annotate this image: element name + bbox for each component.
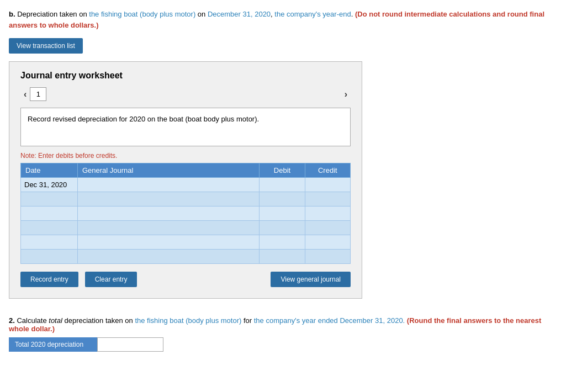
date-cell: Dec 31, 2020 bbox=[21, 178, 78, 192]
credit-input[interactable] bbox=[309, 195, 347, 203]
journal-input[interactable] bbox=[81, 252, 256, 261]
credit-input[interactable] bbox=[309, 252, 347, 261]
credit-input[interactable] bbox=[309, 209, 347, 218]
journal-input[interactable] bbox=[81, 238, 256, 246]
debit-input[interactable] bbox=[263, 195, 301, 203]
view-general-journal-button[interactable]: View general journal bbox=[271, 272, 351, 287]
date-input[interactable] bbox=[24, 238, 74, 246]
journal-input[interactable] bbox=[81, 209, 256, 218]
date-cell bbox=[21, 235, 78, 250]
intro-paragraph: b. Depreciation taken on the fishing boa… bbox=[9, 9, 552, 30]
date-input[interactable] bbox=[24, 224, 74, 232]
table-row bbox=[21, 206, 351, 221]
debit-cell bbox=[260, 221, 305, 235]
worksheet-title: Journal entry worksheet bbox=[20, 71, 351, 81]
journal-cell bbox=[77, 221, 259, 235]
total-depreciation-input[interactable] bbox=[97, 337, 163, 352]
journal-cell bbox=[77, 250, 259, 264]
debit-cell bbox=[260, 235, 305, 250]
record-entry-button[interactable]: Record entry bbox=[20, 272, 78, 287]
table-row bbox=[21, 221, 351, 235]
section-2: 2. Calculate total depreciation taken on… bbox=[9, 316, 552, 352]
journal-input[interactable] bbox=[81, 224, 256, 232]
debit-input[interactable] bbox=[263, 252, 301, 261]
view-transaction-button[interactable]: View transaction list bbox=[9, 38, 83, 54]
section2-number: 2. bbox=[9, 316, 15, 325]
credit-input[interactable] bbox=[309, 224, 347, 232]
credit-input[interactable] bbox=[309, 181, 347, 189]
nav-row: ‹ 1 › bbox=[20, 87, 351, 101]
debit-input[interactable] bbox=[263, 181, 301, 189]
credit-input[interactable] bbox=[309, 238, 347, 246]
date-cell bbox=[21, 250, 78, 264]
col-header-credit: Credit bbox=[305, 163, 350, 178]
debit-cell bbox=[260, 206, 305, 221]
note-text: Note: Enter debits before credits. bbox=[20, 152, 351, 160]
credit-cell bbox=[305, 178, 350, 192]
col-header-date: Date bbox=[21, 163, 78, 178]
table-row bbox=[21, 192, 351, 206]
nav-number: 1 bbox=[30, 87, 46, 101]
date-cell bbox=[21, 192, 78, 206]
debit-input[interactable] bbox=[263, 238, 301, 246]
credit-cell bbox=[305, 192, 350, 206]
table-row: Dec 31, 2020 bbox=[21, 178, 351, 192]
total-row: Total 2020 depreciation bbox=[9, 337, 552, 352]
date-input[interactable] bbox=[24, 209, 74, 218]
journal-table: Date General Journal Debit Credit Dec 31… bbox=[20, 163, 351, 264]
journal-cell bbox=[77, 206, 259, 221]
clear-entry-button[interactable]: Clear entry bbox=[85, 272, 137, 287]
nav-next-button[interactable]: › bbox=[341, 88, 351, 100]
journal-input[interactable] bbox=[81, 181, 256, 189]
date-cell bbox=[21, 221, 78, 235]
debit-input[interactable] bbox=[263, 224, 301, 232]
section2-paragraph: 2. Calculate total depreciation taken on… bbox=[9, 316, 552, 333]
intro-text-main: Depreciation taken on the fishing boat (… bbox=[17, 10, 353, 18]
col-header-journal: General Journal bbox=[77, 163, 259, 178]
journal-input[interactable] bbox=[81, 195, 256, 203]
journal-cell bbox=[77, 192, 259, 206]
debit-cell bbox=[260, 178, 305, 192]
table-row bbox=[21, 250, 351, 264]
debit-input[interactable] bbox=[263, 209, 301, 218]
credit-cell bbox=[305, 221, 350, 235]
credit-cell bbox=[305, 206, 350, 221]
part-b-label: b. bbox=[9, 10, 15, 18]
button-row: Record entry Clear entry View general jo… bbox=[20, 272, 351, 287]
table-row bbox=[21, 235, 351, 250]
credit-cell bbox=[305, 235, 350, 250]
col-header-debit: Debit bbox=[260, 163, 305, 178]
debit-cell bbox=[260, 192, 305, 206]
journal-cell bbox=[77, 178, 259, 192]
section2-text: Calculate total depreciation taken on th… bbox=[17, 316, 405, 325]
journal-entry-worksheet: Journal entry worksheet ‹ 1 › Record rev… bbox=[9, 61, 362, 299]
debit-cell bbox=[260, 250, 305, 264]
nav-prev-button[interactable]: ‹ bbox=[20, 88, 30, 100]
description-box: Record revised depreciation for 2020 on … bbox=[20, 108, 351, 146]
date-input[interactable] bbox=[24, 252, 74, 261]
credit-cell bbox=[305, 250, 350, 264]
total-label: Total 2020 depreciation bbox=[9, 337, 97, 352]
date-cell bbox=[21, 206, 78, 221]
date-input[interactable] bbox=[24, 195, 74, 203]
journal-cell bbox=[77, 235, 259, 250]
